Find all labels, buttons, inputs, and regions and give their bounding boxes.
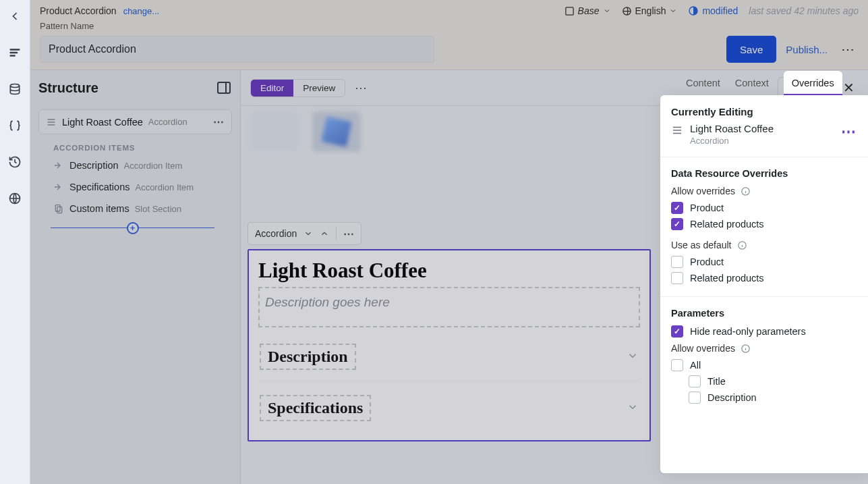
publish-button[interactable]: Publish... xyxy=(786,44,828,55)
checkbox-default-related[interactable]: Related products xyxy=(671,272,857,284)
info-icon[interactable] xyxy=(741,186,751,196)
info-icon[interactable] xyxy=(737,240,747,250)
pattern-name-label: Pattern Name xyxy=(40,21,859,31)
accordion-items-group-label: ACCORDION ITEMS xyxy=(53,144,232,152)
pattern-name-input[interactable] xyxy=(40,36,434,63)
current-component-type: Accordion xyxy=(690,136,774,146)
tree-item-custom[interactable]: Custom items Slot Section xyxy=(38,198,232,219)
svg-rect-1 xyxy=(10,52,18,54)
svg-rect-5 xyxy=(565,7,573,14)
description-placeholder-box[interactable]: Description goes here xyxy=(258,287,640,327)
change-link[interactable]: change... xyxy=(123,6,160,16)
language-selector[interactable]: English xyxy=(622,5,678,16)
tab-content[interactable]: Content xyxy=(686,78,720,95)
use-default-label: Use as default xyxy=(671,240,857,250)
tab-editor[interactable]: Editor xyxy=(251,80,293,97)
database-rail-icon[interactable] xyxy=(5,80,24,99)
checkbox-default-product[interactable]: Product xyxy=(671,256,857,268)
product-title: Product Accordion xyxy=(40,5,117,16)
accordion-row-description[interactable]: Description xyxy=(258,340,640,381)
params-allow-overrides-label: Allow overrides xyxy=(671,343,857,354)
tree-root-more-icon[interactable]: ⋯ xyxy=(213,115,225,128)
chevron-down-icon xyxy=(627,350,639,365)
editor-preview-segment: Editor Preview xyxy=(250,79,345,97)
toolbar-more-icon[interactable]: ⋯ xyxy=(355,80,367,95)
tab-context[interactable]: Context xyxy=(735,78,769,95)
allow-overrides-label: Allow overrides xyxy=(671,186,857,196)
tree-item-specifications[interactable]: Specifications Accordion Item xyxy=(38,176,232,198)
left-rail xyxy=(0,0,30,484)
checkbox-all[interactable]: All xyxy=(671,359,857,371)
structure-panel: Structure Light Roast Coffee Accordion ⋯… xyxy=(30,70,241,484)
braces-rail-icon[interactable] xyxy=(5,116,24,135)
globe-rail-icon[interactable] xyxy=(5,189,24,208)
accordion-breadcrumb[interactable]: Accordion ⋯ xyxy=(248,222,361,245)
overrides-panel: Currently Editing Light Roast Coffee Acc… xyxy=(660,95,868,473)
svg-rect-8 xyxy=(55,205,60,211)
checkbox-description[interactable]: Description xyxy=(671,392,857,404)
component-heading: Light Roast Coffee xyxy=(258,259,640,283)
checkbox-hide-readonly[interactable]: Hide read-only parameters xyxy=(671,325,857,338)
structure-rail-icon[interactable] xyxy=(5,43,24,62)
checkbox-override-product[interactable]: Product xyxy=(671,202,857,214)
header: Product Accordion change... Base English… xyxy=(30,0,868,70)
tab-overrides[interactable]: Overrides xyxy=(784,71,842,96)
parameters-title: Parameters xyxy=(671,308,857,319)
plus-icon[interactable]: + xyxy=(127,222,139,234)
header-more-icon[interactable]: ⋯ xyxy=(837,38,859,60)
chevron-down-icon xyxy=(627,401,639,416)
svg-rect-0 xyxy=(10,49,20,51)
svg-rect-9 xyxy=(57,207,62,213)
data-resource-overrides-title: Data Resource Overrides xyxy=(671,168,857,179)
currently-editing-title: Currently Editing xyxy=(671,106,857,117)
list-icon xyxy=(671,124,683,136)
accordion-row-specifications[interactable]: Specifications xyxy=(258,391,640,432)
tab-preview[interactable]: Preview xyxy=(293,80,345,97)
last-saved-text: last saved 42 minutes ago xyxy=(749,5,859,16)
save-button[interactable]: Save xyxy=(726,36,776,63)
current-component-name: Light Roast Coffee xyxy=(690,123,774,134)
right-panel-tabs: Content Context Overrides xyxy=(678,67,855,95)
selected-component[interactable]: Light Roast Coffee Description goes here… xyxy=(248,249,651,441)
chevron-down-icon[interactable] xyxy=(303,229,313,238)
collapse-icon[interactable] xyxy=(5,7,24,26)
breadcrumb-more-icon[interactable]: ⋯ xyxy=(343,227,354,240)
modified-indicator: modified xyxy=(688,5,738,16)
tree-root[interactable]: Light Roast Coffee Accordion ⋯ xyxy=(38,109,232,134)
info-icon[interactable] xyxy=(741,344,751,354)
overrides-more-icon[interactable]: ⋯ xyxy=(841,123,857,140)
checkbox-title[interactable]: Title xyxy=(671,375,857,387)
panel-toggle-icon[interactable] xyxy=(216,80,232,96)
svg-rect-2 xyxy=(10,55,16,57)
tree-item-description[interactable]: Description Accordion Item xyxy=(38,155,232,176)
base-selector[interactable]: Base xyxy=(565,5,611,16)
structure-title: Structure xyxy=(38,80,98,96)
svg-rect-7 xyxy=(218,82,230,93)
chevron-up-icon[interactable] xyxy=(320,229,329,238)
checkbox-override-related[interactable]: Related products xyxy=(671,218,857,230)
svg-point-3 xyxy=(10,84,19,88)
add-item-line[interactable]: + xyxy=(51,227,214,228)
history-rail-icon[interactable] xyxy=(5,153,24,171)
